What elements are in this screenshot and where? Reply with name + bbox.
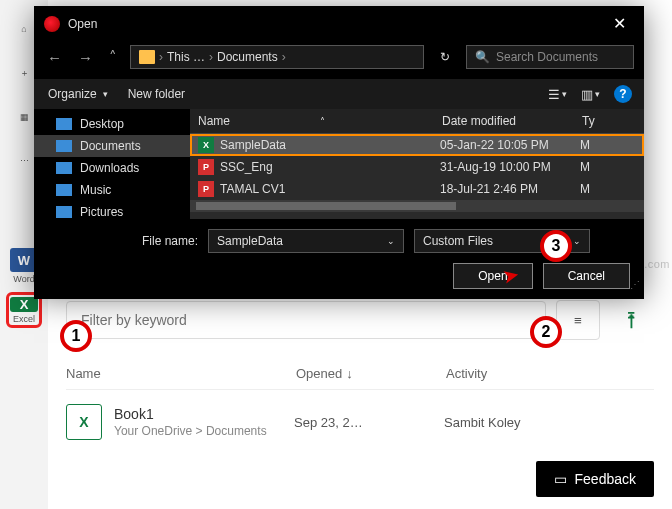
column-name[interactable]: Name: [66, 366, 296, 381]
file-name: Book1: [114, 406, 294, 422]
chat-icon: ▭: [554, 471, 567, 487]
documents-icon: [56, 140, 72, 152]
up-button[interactable]: ˄: [106, 46, 120, 68]
column-header-name[interactable]: Name˄: [198, 114, 442, 128]
breadcrumb-root[interactable]: This …: [167, 50, 205, 64]
list-header: Name Opened↓ Activity: [66, 358, 654, 390]
column-header-date[interactable]: Date modified: [442, 114, 582, 128]
refresh-button[interactable]: ↻: [434, 46, 456, 68]
chevron-down-icon: ↓: [346, 366, 353, 381]
forward-button[interactable]: →: [75, 47, 96, 68]
back-button[interactable]: ←: [44, 47, 65, 68]
pictures-icon: [56, 206, 72, 218]
view-list-button[interactable]: ☰ ▾: [548, 87, 567, 102]
filename-label: File name:: [48, 234, 198, 248]
feedback-button[interactable]: ▭ Feedback: [536, 461, 654, 497]
folder-icon: [139, 50, 155, 64]
filter-button[interactable]: ≡: [556, 300, 600, 340]
resize-grip[interactable]: ⋰: [630, 279, 640, 290]
file-row[interactable]: P SSC_Eng 31-Aug-19 10:00 PM M: [190, 156, 644, 178]
column-opened[interactable]: Opened↓: [296, 366, 446, 381]
file-list: Name˄ Date modified Ty X SampleData 05-J…: [190, 109, 644, 219]
open-button[interactable]: Open: [453, 263, 532, 289]
search-placeholder: Search Documents: [496, 50, 598, 64]
chevron-down-icon[interactable]: ⌄: [573, 236, 581, 246]
new-folder-button[interactable]: New folder: [128, 87, 185, 101]
xlsx-icon: X: [198, 137, 214, 153]
upload-button[interactable]: ⭱: [610, 300, 654, 340]
chevron-down-icon[interactable]: ⌄: [387, 236, 395, 246]
dialog-title: Open: [68, 17, 97, 31]
breadcrumb-folder[interactable]: Documents: [217, 50, 278, 64]
sort-arrow-icon: ˄: [320, 116, 325, 127]
excel-file-icon: X: [66, 404, 102, 440]
tree-pictures[interactable]: Pictures: [34, 201, 190, 223]
folder-tree: Desktop Documents Downloads Music Pictur…: [34, 109, 190, 219]
file-path: Your OneDrive > Documents: [114, 424, 294, 438]
close-button[interactable]: ✕: [605, 12, 634, 35]
feedback-label: Feedback: [575, 471, 636, 487]
file-row[interactable]: P TAMAL CV1 18-Jul-21 2:46 PM M: [190, 178, 644, 200]
opera-icon: [44, 16, 60, 32]
breadcrumb[interactable]: › This … › Documents ›: [130, 45, 424, 69]
tree-downloads[interactable]: Downloads: [34, 157, 190, 179]
excel-label: Excel: [13, 314, 35, 324]
tree-desktop[interactable]: Desktop: [34, 113, 190, 135]
column-header-type[interactable]: Ty: [582, 114, 602, 128]
file-activity: Sambit Koley: [444, 415, 564, 430]
help-button[interactable]: ?: [614, 85, 632, 103]
organize-menu[interactable]: Organize▾: [48, 87, 108, 101]
file-row[interactable]: X SampleData 05-Jan-22 10:05 PM M: [190, 134, 644, 156]
pdf-icon: P: [198, 181, 214, 197]
file-opened: Sep 23, 2…: [294, 415, 444, 430]
pdf-icon: P: [198, 159, 214, 175]
filter-input[interactable]: [66, 301, 546, 339]
word-label: Word: [13, 274, 34, 284]
preview-pane-button[interactable]: ▥ ▾: [581, 87, 600, 102]
music-icon: [56, 184, 72, 196]
tree-music[interactable]: Music: [34, 179, 190, 201]
cancel-button[interactable]: Cancel: [543, 263, 630, 289]
filename-input[interactable]: SampleData ⌄: [208, 229, 404, 253]
tree-documents[interactable]: Documents: [34, 135, 190, 157]
list-item[interactable]: X Book1 Your OneDrive > Documents Sep 23…: [66, 390, 654, 454]
chevron-down-icon: ▾: [103, 89, 108, 99]
horizontal-scrollbar[interactable]: [190, 200, 644, 212]
dialog-titlebar: Open ✕: [34, 6, 644, 41]
search-input[interactable]: 🔍 Search Documents: [466, 45, 634, 69]
annotation-3: 3: [540, 230, 572, 262]
annotation-1: 1: [60, 320, 92, 352]
annotation-2: 2: [530, 316, 562, 348]
downloads-icon: [56, 162, 72, 174]
desktop-icon: [56, 118, 72, 130]
search-icon: 🔍: [475, 50, 490, 64]
column-activity[interactable]: Activity: [446, 366, 546, 381]
